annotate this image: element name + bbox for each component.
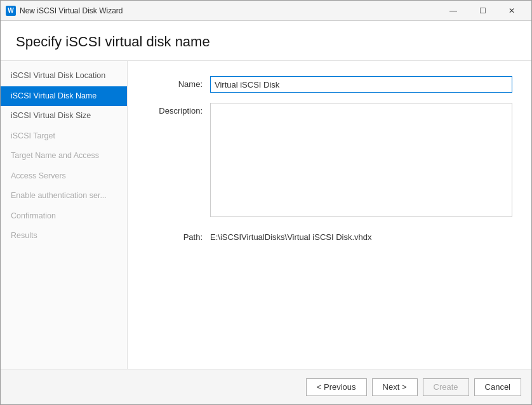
sidebar-item-iscsi-target: iSCSI Target: [1, 126, 127, 147]
minimize-button[interactable]: —: [439, 1, 468, 21]
sidebar-item-disk-location: iSCSI Virtual Disk Location: [1, 66, 127, 86]
footer: < Previous Next > Create Cancel: [1, 369, 531, 404]
main-panel: Name: Description: Path: E:\iSCSIVirtual…: [128, 61, 531, 369]
description-input[interactable]: [210, 103, 512, 217]
sidebar: iSCSI Virtual Disk Location iSCSI Virtua…: [1, 61, 128, 369]
sidebar-item-access-servers: Access Servers: [1, 166, 127, 187]
sidebar-item-disk-name: iSCSI Virtual Disk Name: [1, 86, 127, 107]
sidebar-item-enable-auth: Enable authentication ser...: [1, 186, 127, 206]
description-row: Description:: [147, 103, 512, 219]
body-area: iSCSI Virtual Disk Location iSCSI Virtua…: [1, 61, 531, 369]
wizard-window: W New iSCSI Virtual Disk Wizard — ☐ ✕ Sp…: [0, 0, 532, 405]
name-label: Name:: [147, 76, 210, 89]
maximize-button[interactable]: ☐: [468, 1, 497, 21]
page-header: Specify iSCSI virtual disk name: [1, 21, 531, 61]
titlebar-controls: — ☐ ✕: [439, 1, 526, 21]
titlebar: W New iSCSI Virtual Disk Wizard — ☐ ✕: [1, 1, 531, 21]
app-icon: W: [6, 6, 16, 16]
page-title: Specify iSCSI virtual disk name: [16, 34, 516, 50]
create-button[interactable]: Create: [423, 378, 469, 396]
titlebar-title: New iSCSI Virtual Disk Wizard: [20, 6, 439, 15]
name-field-container: [210, 76, 512, 93]
path-row: Path: E:\iSCSIVirtualDisks\Virtual iSCSI…: [147, 229, 512, 242]
sidebar-item-confirmation: Confirmation: [1, 206, 127, 227]
sidebar-item-disk-size: iSCSI Virtual Disk Size: [1, 106, 127, 126]
name-input[interactable]: [210, 76, 512, 93]
path-label: Path:: [147, 229, 210, 242]
cancel-button[interactable]: Cancel: [474, 378, 521, 396]
previous-button[interactable]: < Previous: [306, 378, 367, 396]
next-button[interactable]: Next >: [372, 378, 418, 396]
close-button[interactable]: ✕: [497, 1, 526, 21]
path-value: E:\iSCSIVirtualDisks\Virtual iSCSI Disk.…: [210, 229, 372, 242]
sidebar-item-results: Results: [1, 226, 127, 246]
name-row: Name:: [147, 76, 512, 93]
description-label: Description:: [147, 103, 210, 116]
description-field-container: [210, 103, 512, 219]
content-area: Specify iSCSI virtual disk name iSCSI Vi…: [1, 21, 531, 369]
sidebar-item-target-name: Target Name and Access: [1, 146, 127, 166]
